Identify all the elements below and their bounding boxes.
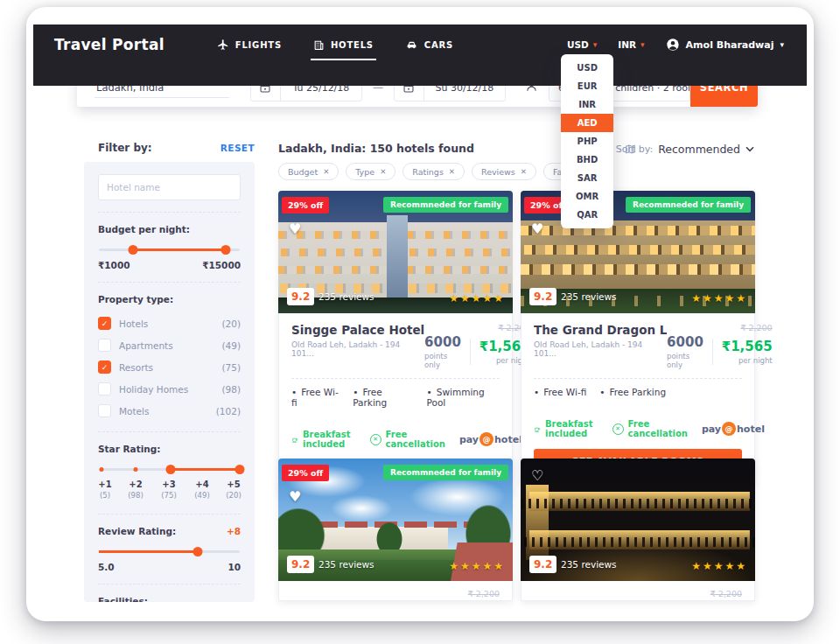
favorite-heart-icon[interactable]: ♥ — [289, 488, 301, 505]
option-label: Holiday Homes — [119, 384, 221, 395]
review-handle[interactable] — [192, 547, 202, 556]
family-badge: Recommneded for family — [383, 465, 508, 480]
map-icon — [625, 144, 636, 155]
amenities-list: •Free Wi-fi •Free Parking •Swimming Pool — [291, 387, 500, 408]
divider — [712, 339, 713, 365]
breakfast-feature: Breakfast included — [291, 430, 356, 449]
hotel-photo[interactable]: 29% off Recommneded for family ♥ 9.2 235… — [278, 191, 513, 313]
close-icon[interactable]: ✕ — [323, 167, 329, 176]
app-window: Travel Portal FLIGHTS HOTELS CARS USD — [26, 7, 814, 621]
reviews-count: 235 reviews — [318, 291, 374, 302]
option-label: Hotels — [119, 318, 221, 329]
property-option-hotels[interactable]: ✓ Hotels (20) — [98, 314, 241, 332]
plane-icon — [217, 38, 229, 51]
chevron-down-icon[interactable] — [746, 146, 754, 152]
locale-dropdown-trigger[interactable]: INR ▾ — [618, 39, 644, 50]
sort-value[interactable]: Recommended — [658, 143, 740, 156]
rating-badge: 9.2 — [529, 288, 556, 305]
currency-option-qar[interactable]: QAR — [561, 206, 613, 224]
currency-option-eur[interactable]: EUR — [561, 77, 613, 95]
features-row: Breakfast included ✕ Free cancellation p… — [534, 419, 742, 438]
currency-option-omr[interactable]: OMR — [561, 187, 613, 206]
currency-dropdown-trigger[interactable]: USD ▾ USD EUR INR AED PHP BHD SAR OMR QA… — [567, 39, 597, 50]
currency-option-usd[interactable]: USD — [561, 59, 613, 77]
star-max-handle[interactable] — [235, 465, 245, 474]
checkbox-unchecked[interactable] — [98, 339, 111, 352]
reset-filters-link[interactable]: RESET — [220, 143, 255, 153]
circle-x-icon: ✕ — [612, 424, 624, 435]
breakfast-feature: Breakfast included — [534, 419, 598, 438]
hotel-name[interactable]: Singge Palace Hotel — [291, 323, 424, 337]
amenity-item: •Free Parking — [353, 387, 413, 408]
breakfast-cup-icon — [534, 424, 541, 435]
checkbox-unchecked[interactable] — [98, 404, 111, 417]
chip-reviews[interactable]: Reviews✕ — [472, 163, 536, 180]
star-stop-value: +2 — [121, 480, 150, 489]
pay-at-hotel-logo: pay@hotel — [459, 432, 522, 446]
points-label: points only — [424, 352, 461, 369]
favorite-heart-outline-icon[interactable]: ♡ — [531, 467, 543, 484]
card-body: ₹ 2,200 — [521, 581, 755, 601]
chip-ratings[interactable]: Ratings✕ — [402, 163, 465, 180]
nav-right: USD ▾ USD EUR INR AED PHP BHD SAR OMR QA… — [567, 38, 784, 52]
budget-max-handle[interactable] — [220, 245, 230, 255]
pay-at-hotel-logo: pay@hotel — [702, 422, 765, 436]
favorite-heart-icon[interactable]: ♥ — [531, 220, 543, 237]
hotel-address: Old Road Leh, Ladakh - 194 101... — [291, 340, 424, 358]
review-max-value: 10 — [228, 562, 241, 572]
star-min-handle[interactable] — [166, 465, 176, 474]
option-count: (102) — [216, 406, 241, 416]
divider — [534, 378, 742, 379]
locale-selected: INR — [618, 39, 636, 50]
reviews-count: 235 reviews — [561, 291, 617, 302]
property-option-apartments[interactable]: Apartments (49) — [98, 336, 241, 354]
chip-type[interactable]: Type✕ — [346, 163, 396, 180]
nav-row: Travel Portal FLIGHTS HOTELS CARS USD — [33, 24, 807, 65]
budget-max-value: ₹15000 — [202, 260, 241, 270]
hotel-card: ♡ 9.2 235 reviews ★★★★★ ₹ 2,200 — [521, 458, 755, 601]
hotel-photo[interactable]: ♡ 9.2 235 reviews ★★★★★ — [521, 458, 755, 581]
review-rating-label: Review Rating: — [98, 526, 176, 536]
property-type-label: Property type: — [98, 294, 173, 304]
brand-logo[interactable]: Travel Portal — [54, 36, 164, 53]
close-icon[interactable]: ✕ — [449, 167, 455, 176]
old-price: ₹ 2,200 — [710, 589, 742, 598]
checkbox-checked[interactable]: ✓ — [98, 317, 111, 330]
currency-option-bhd[interactable]: BHD — [561, 150, 613, 169]
map-view-toggle[interactable] — [625, 142, 636, 158]
close-icon[interactable]: ✕ — [380, 167, 386, 176]
hotel-photo[interactable]: 29% off Recommneded for family ♥ 9.2 235… — [278, 458, 513, 581]
tab-cars[interactable]: CARS — [405, 38, 453, 51]
star-stop-value: +3 — [154, 480, 184, 489]
close-icon[interactable]: ✕ — [521, 167, 527, 176]
tab-flights-label: FLIGHTS — [235, 40, 282, 50]
avatar-icon — [666, 38, 680, 52]
review-slider-fill — [99, 550, 198, 553]
checkbox-checked[interactable]: ✓ — [98, 360, 111, 374]
checkbox-unchecked[interactable] — [98, 382, 111, 396]
tab-hotels[interactable]: HOTELS — [313, 38, 374, 51]
viewport: Travel Portal FLIGHTS HOTELS CARS USD — [33, 14, 807, 614]
currency-option-sar[interactable]: SAR — [561, 169, 613, 187]
currency-option-php[interactable]: PHP — [561, 132, 613, 150]
option-count: (49) — [221, 340, 241, 351]
star-stop-count: (98) — [121, 491, 150, 500]
budget-min-handle[interactable] — [128, 245, 137, 255]
divider — [291, 378, 500, 379]
star-stop-count: (20) — [219, 491, 248, 500]
hotel-name[interactable]: The Grand Dragon Lad... — [534, 323, 667, 337]
results-heading: Ladakh, India: 150 hotels found — [278, 142, 474, 155]
tab-flights[interactable]: FLIGHTS — [217, 38, 282, 51]
currency-option-aed-selected[interactable]: AED — [561, 114, 613, 132]
currency-option-inr[interactable]: INR — [561, 95, 613, 114]
user-menu[interactable]: Amol Bharadwaj ▾ — [666, 38, 784, 52]
property-option-resorts[interactable]: ✓ Resorts (75) — [98, 358, 241, 376]
property-option-holiday-homes[interactable]: Holiday Homes (98) — [98, 380, 241, 398]
property-option-motels[interactable]: Motels (102) — [98, 402, 241, 420]
hotel-photo[interactable]: 29% off Recommneded for family ♥ 9.2 235… — [521, 191, 755, 313]
chip-budget[interactable]: Budget✕ — [278, 163, 339, 180]
favorite-heart-icon[interactable]: ♥ — [289, 220, 301, 237]
rating-badge: 9.2 — [529, 556, 556, 573]
hotel-name-input[interactable] — [98, 174, 241, 200]
divider — [98, 212, 241, 213]
